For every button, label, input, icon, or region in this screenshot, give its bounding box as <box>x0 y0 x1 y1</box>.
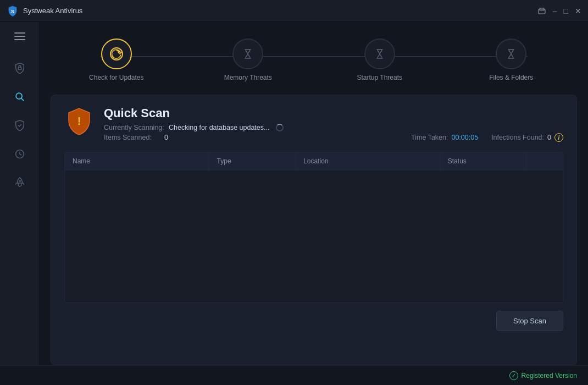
svg-text:S: S <box>11 8 14 14</box>
step-circle-check-updates <box>101 38 132 69</box>
infections-info-icon[interactable]: i <box>554 133 563 142</box>
sidebar-item-guard[interactable] <box>7 141 33 167</box>
time-taken-value: 00:00:05 <box>451 134 478 141</box>
registered-label: Registered Version <box>522 372 577 380</box>
step-label-startup-threats: Startup Threats <box>357 74 403 81</box>
scan-results-table: Name Type Location Status <box>64 152 563 303</box>
currently-scanning-row: Currently Scanning: Checking for databas… <box>104 124 563 131</box>
refresh-icon <box>109 46 124 62</box>
stop-scan-button[interactable]: Stop Scan <box>496 311 563 331</box>
col-status: Status <box>440 152 527 170</box>
title-bar: S Systweak Antivirus – □ ✕ <box>0 0 588 22</box>
time-taken-stat: Time Taken: 00:00:05 <box>411 134 478 141</box>
currently-scanning-label: Currently Scanning: <box>104 124 164 131</box>
items-scanned-row: Items Scanned: 0 Time Taken: 00:00:05 In… <box>104 133 563 142</box>
sidebar-item-scan[interactable] <box>7 84 33 110</box>
app-title: Systweak Antivirus <box>23 7 82 15</box>
svg-point-6 <box>19 180 20 182</box>
maximize-button[interactable]: □ <box>564 7 568 15</box>
close-button[interactable]: ✕ <box>575 7 581 15</box>
step-label-check-updates: Check for Updates <box>89 74 143 81</box>
hourglass-2-icon <box>373 47 387 61</box>
content-area: Check for Updates Memory Threats <box>40 22 588 365</box>
minimize-button[interactable]: – <box>553 7 557 15</box>
col-name: Name <box>65 152 209 170</box>
col-type: Type <box>209 152 296 170</box>
steps-progress-bar: Check for Updates Memory Threats <box>51 33 577 95</box>
status-bar: ✓ Registered Version <box>0 365 588 385</box>
table-body <box>65 170 563 302</box>
infections-found-stat: Infections Found: 0 i <box>491 133 563 142</box>
step-memory-threats: Memory Threats <box>182 38 314 81</box>
window-controls: – □ ✕ <box>537 7 581 15</box>
step-label-files-folders: Files & Folders <box>489 74 533 81</box>
sidebar-item-verify[interactable] <box>7 112 33 139</box>
hourglass-icon <box>241 47 255 61</box>
step-circle-memory-threats <box>232 38 263 69</box>
scan-stats-right: Time Taken: 00:00:05 Infections Found: 0… <box>411 133 563 142</box>
app-logo-icon: S <box>7 5 19 17</box>
registered-badge: ✓ Registered Version <box>509 371 577 380</box>
sidebar <box>0 22 40 365</box>
scan-meta: Currently Scanning: Checking for databas… <box>104 124 563 142</box>
shield-lock-icon <box>14 62 26 74</box>
scan-header: ! Quick Scan Currently Scanning: Checkin… <box>64 106 563 142</box>
col-actions <box>526 152 563 170</box>
step-check-updates: Check for Updates <box>51 38 182 81</box>
registered-check-icon: ✓ <box>509 371 518 380</box>
step-label-memory-threats: Memory Threats <box>224 74 272 81</box>
check-shield-icon <box>14 119 26 131</box>
items-scanned-label: Items Scanned: <box>104 134 164 141</box>
scan-spinner <box>276 124 284 131</box>
menu-button[interactable] <box>9 28 31 45</box>
sidebar-item-boost[interactable] <box>7 169 33 196</box>
guard-icon <box>14 148 26 160</box>
infections-found-value: 0 <box>547 134 551 141</box>
step-startup-threats: Startup Threats <box>314 38 446 81</box>
hourglass-3-icon <box>504 47 518 61</box>
step-circle-files-folders <box>496 38 526 69</box>
currently-scanning-value: Checking for database updates... <box>169 124 269 131</box>
svg-text:!: ! <box>77 115 81 127</box>
title-bar-left: S Systweak Antivirus <box>7 5 82 17</box>
col-location: Location <box>296 152 440 170</box>
items-scanned-value: 0 <box>164 134 168 141</box>
taskbar-icon[interactable] <box>537 7 546 15</box>
infections-found-label: Infections Found: <box>491 134 544 141</box>
step-files-folders: Files & Folders <box>446 38 578 81</box>
svg-rect-3 <box>18 67 21 70</box>
rocket-icon <box>14 177 26 189</box>
search-icon <box>14 91 26 103</box>
main-layout: Check for Updates Memory Threats <box>0 22 588 365</box>
scan-footer: Stop Scan <box>64 303 563 337</box>
scan-panel: ! Quick Scan Currently Scanning: Checkin… <box>51 95 577 365</box>
scan-info: Quick Scan Currently Scanning: Checking … <box>104 106 563 142</box>
step-circle-startup-threats <box>364 38 395 69</box>
table-header: Name Type Location Status <box>65 152 563 170</box>
sidebar-item-protection[interactable] <box>7 55 33 81</box>
time-taken-label: Time Taken: <box>411 134 448 141</box>
scan-title: Quick Scan <box>104 106 563 120</box>
scan-shield-icon: ! <box>64 106 94 136</box>
